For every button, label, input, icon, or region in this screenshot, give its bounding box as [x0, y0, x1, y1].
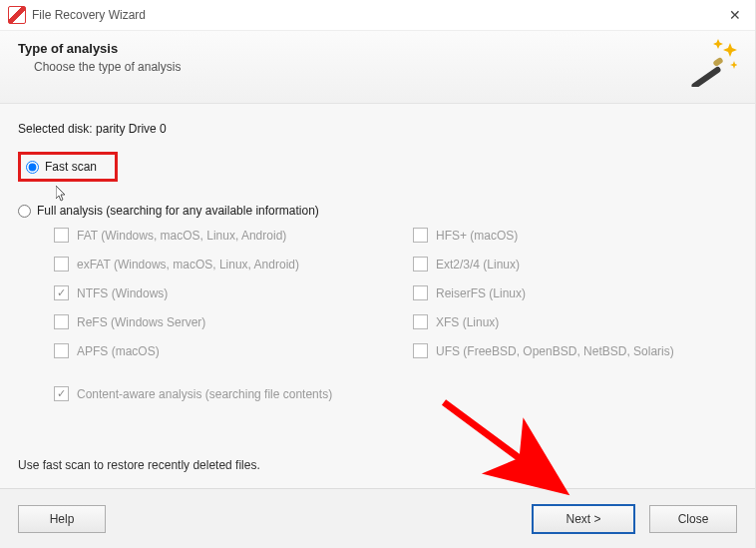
fs-ufs: UFS (FreeBSD, OpenBSD, NetBSD, Solaris) — [413, 343, 712, 358]
fs-apfs: APFS (macOS) — [54, 343, 393, 358]
checkbox-icon — [54, 228, 69, 243]
content-aware-row: ✓ Content-aware analysis (searching file… — [54, 386, 737, 401]
wizard-window: File Recovery Wizard ✕ Type of analysis … — [0, 0, 756, 548]
fast-scan-row: Fast scan — [18, 152, 737, 182]
app-icon — [8, 6, 26, 24]
full-analysis-row: Full analysis (searching for any availab… — [18, 204, 737, 218]
help-button[interactable]: Help — [18, 505, 106, 533]
checkbox-icon — [413, 314, 428, 329]
checkbox-icon — [413, 285, 428, 300]
fs-ext: Ext2/3/4 (Linux) — [413, 257, 712, 272]
checkbox-icon — [413, 343, 428, 358]
titlebar: File Recovery Wizard ✕ — [0, 0, 755, 31]
fast-scan-radio[interactable] — [26, 161, 39, 174]
fs-xfs: XFS (Linux) — [413, 314, 712, 329]
wand-icon — [689, 39, 737, 87]
full-analysis-radio[interactable] — [18, 205, 31, 218]
checkbox-icon — [413, 228, 428, 243]
cursor-icon — [56, 186, 68, 202]
fs-fat: FAT (Windows, macOS, Linux, Android) — [54, 228, 393, 243]
checkbox-icon — [54, 257, 69, 272]
header-title: Type of analysis — [18, 41, 737, 56]
hint-text: Use fast scan to restore recently delete… — [18, 458, 260, 472]
wizard-body: Selected disk: parity Drive 0 Fast scan … — [0, 104, 755, 488]
fast-scan-highlight: Fast scan — [18, 152, 118, 182]
checkbox-icon: ✓ — [54, 285, 69, 300]
fs-refs: ReFS (Windows Server) — [54, 314, 393, 329]
fast-scan-label[interactable]: Fast scan — [45, 160, 97, 174]
window-close-button[interactable]: ✕ — [715, 0, 755, 30]
wizard-footer: Help Next > Close — [0, 488, 755, 548]
selected-disk-label: Selected disk: parity Drive 0 — [18, 122, 737, 136]
filesystem-options: FAT (Windows, macOS, Linux, Android) HFS… — [54, 228, 737, 358]
checkbox-icon — [54, 314, 69, 329]
full-analysis-label[interactable]: Full analysis (searching for any availab… — [37, 204, 319, 218]
close-button[interactable]: Close — [649, 505, 737, 533]
window-title: File Recovery Wizard — [32, 8, 715, 22]
fs-ntfs: ✓NTFS (Windows) — [54, 285, 393, 300]
svg-rect-3 — [690, 66, 721, 87]
fs-hfs: HFS+ (macOS) — [413, 228, 712, 243]
svg-rect-4 — [712, 57, 724, 68]
checkbox-icon — [54, 343, 69, 358]
fs-reiser: ReiserFS (Linux) — [413, 285, 712, 300]
svg-marker-0 — [723, 43, 737, 57]
checkbox-icon: ✓ — [54, 386, 69, 401]
svg-marker-1 — [713, 39, 723, 49]
fs-exfat: exFAT (Windows, macOS, Linux, Android) — [54, 257, 393, 272]
wizard-header: Type of analysis Choose the type of anal… — [0, 31, 755, 104]
checkbox-icon — [413, 257, 428, 272]
header-subtitle: Choose the type of analysis — [34, 60, 737, 74]
content-aware-label: Content-aware analysis (searching file c… — [77, 387, 332, 401]
svg-marker-2 — [730, 61, 737, 69]
next-button[interactable]: Next > — [532, 504, 635, 534]
